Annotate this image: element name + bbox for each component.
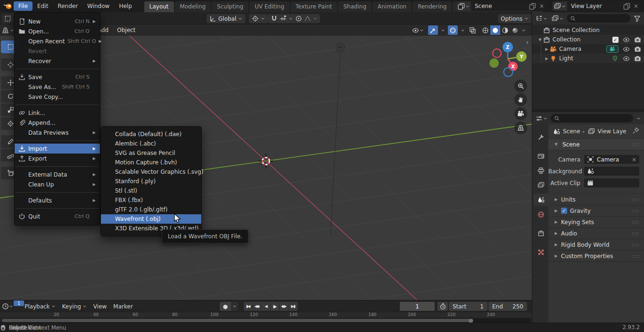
pin-icon[interactable] xyxy=(632,127,639,136)
scrollbar-thumb[interactable] xyxy=(2,319,473,322)
section-grip[interactable]: :::: xyxy=(632,209,639,213)
import-menu-item[interactable]: Stanford (.ply) xyxy=(101,177,201,186)
outliner-search-input[interactable] xyxy=(567,14,630,23)
property-section[interactable]: ▶ Units :::: xyxy=(548,194,644,205)
falloff-curve-icon[interactable] xyxy=(304,15,311,22)
outliner-item-label[interactable]: Scene Collection xyxy=(553,27,600,33)
import-menu-item[interactable]: SVG as Grease Pencil xyxy=(101,148,201,158)
scene-name-field[interactable]: Scene xyxy=(471,3,529,9)
workspace-tab[interactable]: Layout xyxy=(144,1,174,12)
file-menu-item[interactable]: New Ctrl N ▶ xyxy=(15,16,100,26)
properties-tab[interactable] xyxy=(534,227,548,239)
section-grip[interactable]: :::: xyxy=(632,254,639,259)
timeline-menu-item[interactable]: View xyxy=(93,303,107,310)
import-menu-item[interactable]: Stl (.stl) xyxy=(101,186,201,195)
properties-tab[interactable] xyxy=(534,150,548,162)
play-button[interactable]: ▶ xyxy=(271,302,280,311)
jump-to-end-button[interactable]: ▶▮ xyxy=(289,302,297,311)
new-view-layer-copy-icon[interactable] xyxy=(623,3,630,10)
import-menu-item[interactable]: FBX (.fbx) xyxy=(101,195,201,205)
outliner-editor-type-button[interactable] xyxy=(535,15,548,23)
transform-orientation-dropdown[interactable]: Global xyxy=(206,14,245,23)
section-expander-icon[interactable]: ▶ xyxy=(553,231,559,235)
file-menu-item[interactable]: Defaults ▶ xyxy=(15,195,100,205)
file-menu-item[interactable]: Link... xyxy=(15,108,100,118)
section-grip[interactable]: :::: xyxy=(632,231,639,236)
auto-keying-record-button[interactable]: ● xyxy=(220,302,231,311)
topbar-menu-item[interactable]: Edit xyxy=(33,1,53,11)
play-reverse-button[interactable]: ◀ xyxy=(262,302,271,311)
section-grip[interactable]: :::: xyxy=(632,243,639,247)
section-expander-icon[interactable]: ▶ xyxy=(553,220,559,224)
workspace-tab[interactable]: Texture Paint xyxy=(290,1,337,12)
file-menu-item[interactable]: Data Previews ▶ xyxy=(15,128,100,138)
blender-logo-icon[interactable] xyxy=(1,1,14,11)
viewport-menu-item[interactable]: Object xyxy=(113,27,140,33)
prev-keyframe-button[interactable]: ◀◆ xyxy=(253,302,262,311)
clear-value-icon[interactable]: × xyxy=(632,156,636,163)
file-menu-item[interactable]: Clean Up ▶ xyxy=(15,179,100,189)
workspace-tab[interactable]: Shading xyxy=(338,1,372,12)
timeline-scrollbar[interactable] xyxy=(1,318,531,323)
file-menu-item[interactable]: Revert xyxy=(15,46,100,56)
section-expander-icon[interactable]: ▶ xyxy=(553,243,559,247)
hide-eye-icon[interactable] xyxy=(623,55,630,62)
property-section[interactable]: ▶ ✓ Gravity :::: xyxy=(548,205,644,217)
properties-tab[interactable] xyxy=(534,179,548,191)
light-data-badge[interactable] xyxy=(611,55,619,62)
disable-render-icon[interactable] xyxy=(634,46,641,53)
disable-render-icon[interactable] xyxy=(634,36,641,43)
shading-rendered-button[interactable] xyxy=(510,25,520,35)
options-dropdown[interactable]: Options xyxy=(498,14,531,23)
import-menu-item[interactable]: glTF 2.0 (.glb/.gltf) xyxy=(101,205,201,214)
object-visibility-dropdown[interactable] xyxy=(411,25,425,35)
browse-view-layer-button[interactable] xyxy=(553,1,567,11)
file-menu-item[interactable]: Save Ctrl S xyxy=(15,72,100,82)
overlays-dropdown-icon[interactable] xyxy=(461,28,465,32)
property-section[interactable]: ▶ Custom Properties :::: xyxy=(548,251,644,262)
workspace-tab[interactable]: Sculpting xyxy=(212,1,248,12)
outliner-row[interactable]: ▶ Camera xyxy=(532,44,644,54)
overlays-toggle[interactable] xyxy=(448,25,458,35)
browse-scene-button[interactable] xyxy=(456,1,471,11)
file-menu-item[interactable]: Save As... Shift Ctrl S xyxy=(15,82,100,92)
breadcrumb-scene[interactable]: Scene xyxy=(563,128,580,135)
property-section[interactable]: ▶ Audio :::: xyxy=(548,228,644,239)
timeline-menu-item[interactable]: Keying xyxy=(62,303,87,310)
file-menu-item[interactable]: Import ▶ xyxy=(15,144,100,154)
workspace-tab[interactable]: Animation xyxy=(372,1,412,12)
file-menu-item[interactable] xyxy=(16,166,99,167)
camera-view-button[interactable] xyxy=(514,107,527,120)
property-value-field[interactable] xyxy=(584,178,639,187)
keying-dropdown-icon[interactable] xyxy=(231,302,238,311)
timeline-editor-type-button[interactable] xyxy=(2,302,13,311)
snap-magnet-icon[interactable] xyxy=(271,15,278,22)
expander-icon[interactable]: ▶ xyxy=(544,47,550,51)
timeline-menu-item[interactable]: Marker xyxy=(113,303,132,310)
properties-search-input[interactable] xyxy=(551,114,633,122)
panel-grip[interactable]: :::: xyxy=(632,142,639,147)
xray-toggle[interactable] xyxy=(468,25,478,35)
current-frame-marker[interactable]: 1 xyxy=(14,300,24,306)
topbar-menu-item[interactable]: Window xyxy=(83,1,114,11)
workspace-tab[interactable]: UV Editing xyxy=(249,1,289,12)
collection-checkbox[interactable]: ✓ xyxy=(612,37,619,43)
hide-eye-icon[interactable] xyxy=(623,46,630,53)
jump-to-start-button[interactable]: ▮◀ xyxy=(244,302,253,311)
section-expander-icon[interactable]: ▶ xyxy=(553,254,559,258)
topbar-menu-item[interactable]: Help xyxy=(114,1,136,11)
timeline-menu-item[interactable]: Playback xyxy=(25,303,56,310)
section-expander-icon[interactable]: ▶ xyxy=(553,209,559,213)
navigation-gizmo[interactable]: Z Y X xyxy=(489,40,527,79)
zoom-button[interactable] xyxy=(514,80,527,92)
file-menu-item[interactable]: Open... Ctrl O xyxy=(15,26,100,36)
use-preview-range-button[interactable] xyxy=(438,302,448,311)
file-menu-item[interactable] xyxy=(16,105,99,105)
outliner-display-mode-button[interactable] xyxy=(551,15,564,23)
topbar-menu-item[interactable]: Render xyxy=(53,1,83,11)
file-menu-item[interactable] xyxy=(16,208,99,209)
outliner-item-label[interactable]: Light xyxy=(559,55,573,62)
property-section[interactable]: ▶ Keying Sets :::: xyxy=(548,217,644,228)
timeline-ruler[interactable]: 20406080100120140160180200220240 xyxy=(0,312,532,317)
gravity-checkbox[interactable]: ✓ xyxy=(561,208,567,214)
